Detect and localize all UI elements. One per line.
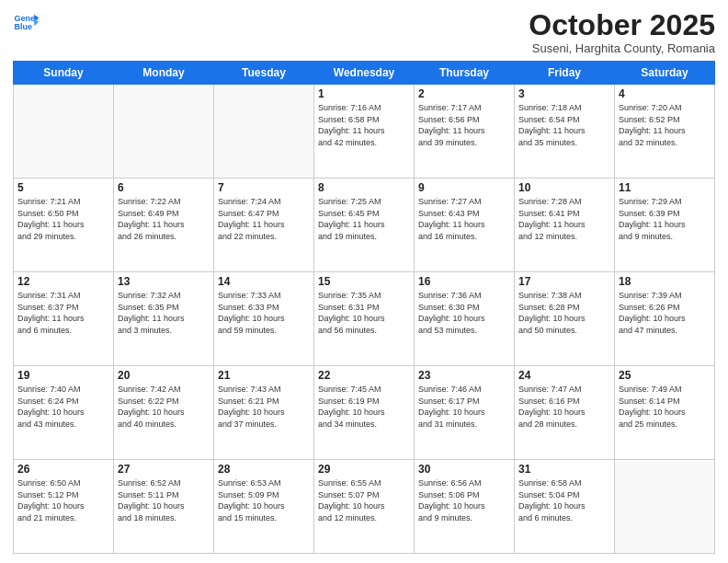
day-number: 3 bbox=[518, 87, 610, 100]
day-number: 14 bbox=[218, 275, 310, 288]
day-info: Sunrise: 7:36 AM Sunset: 6:30 PM Dayligh… bbox=[418, 290, 510, 336]
day-number: 15 bbox=[318, 275, 410, 288]
day-number: 7 bbox=[218, 181, 310, 194]
table-row: 6Sunrise: 7:22 AM Sunset: 6:49 PM Daylig… bbox=[114, 178, 214, 272]
day-number: 20 bbox=[118, 369, 210, 382]
day-info: Sunrise: 7:20 AM Sunset: 6:52 PM Dayligh… bbox=[619, 102, 711, 148]
calendar-week-row: 5Sunrise: 7:21 AM Sunset: 6:50 PM Daylig… bbox=[14, 178, 715, 272]
table-row: 19Sunrise: 7:40 AM Sunset: 6:24 PM Dayli… bbox=[14, 366, 114, 460]
day-info: Sunrise: 7:21 AM Sunset: 6:50 PM Dayligh… bbox=[17, 196, 109, 242]
calendar-week-row: 26Sunrise: 6:50 AM Sunset: 5:12 PM Dayli… bbox=[14, 460, 715, 554]
page: General Blue October 2025 Suseni, Harghi… bbox=[0, 0, 728, 563]
table-row: 3Sunrise: 7:18 AM Sunset: 6:54 PM Daylig… bbox=[515, 85, 615, 178]
col-friday: Friday bbox=[515, 62, 615, 85]
col-saturday: Saturday bbox=[615, 62, 715, 85]
day-info: Sunrise: 7:33 AM Sunset: 6:33 PM Dayligh… bbox=[218, 290, 310, 336]
day-info: Sunrise: 7:43 AM Sunset: 6:21 PM Dayligh… bbox=[218, 384, 310, 430]
day-info: Sunrise: 6:56 AM Sunset: 5:06 PM Dayligh… bbox=[418, 477, 510, 523]
day-info: Sunrise: 7:29 AM Sunset: 6:39 PM Dayligh… bbox=[619, 196, 711, 242]
table-row: 10Sunrise: 7:28 AM Sunset: 6:41 PM Dayli… bbox=[515, 178, 615, 272]
day-info: Sunrise: 7:38 AM Sunset: 6:28 PM Dayligh… bbox=[518, 290, 610, 336]
table-row: 5Sunrise: 7:21 AM Sunset: 6:50 PM Daylig… bbox=[14, 178, 114, 272]
header: General Blue October 2025 Suseni, Harghi… bbox=[13, 9, 715, 55]
table-row: 26Sunrise: 6:50 AM Sunset: 5:12 PM Dayli… bbox=[14, 460, 114, 554]
table-row bbox=[114, 85, 214, 178]
day-info: Sunrise: 6:50 AM Sunset: 5:12 PM Dayligh… bbox=[17, 477, 109, 523]
day-info: Sunrise: 6:52 AM Sunset: 5:11 PM Dayligh… bbox=[118, 477, 210, 523]
calendar-week-row: 12Sunrise: 7:31 AM Sunset: 6:37 PM Dayli… bbox=[14, 272, 715, 366]
day-number: 5 bbox=[17, 181, 109, 194]
table-row: 12Sunrise: 7:31 AM Sunset: 6:37 PM Dayli… bbox=[14, 272, 114, 366]
day-number: 26 bbox=[17, 463, 109, 476]
day-number: 25 bbox=[619, 369, 711, 382]
table-row: 2Sunrise: 7:17 AM Sunset: 6:56 PM Daylig… bbox=[415, 85, 515, 178]
day-info: Sunrise: 7:39 AM Sunset: 6:26 PM Dayligh… bbox=[619, 290, 711, 336]
month-title: October 2025 bbox=[529, 9, 715, 41]
table-row: 16Sunrise: 7:36 AM Sunset: 6:30 PM Dayli… bbox=[415, 272, 515, 366]
day-number: 6 bbox=[118, 181, 210, 194]
table-row: 27Sunrise: 6:52 AM Sunset: 5:11 PM Dayli… bbox=[114, 460, 214, 554]
day-info: Sunrise: 7:22 AM Sunset: 6:49 PM Dayligh… bbox=[118, 196, 210, 242]
table-row: 17Sunrise: 7:38 AM Sunset: 6:28 PM Dayli… bbox=[515, 272, 615, 366]
col-thursday: Thursday bbox=[415, 62, 515, 85]
calendar-header-row: Sunday Monday Tuesday Wednesday Thursday… bbox=[14, 62, 715, 85]
table-row: 21Sunrise: 7:43 AM Sunset: 6:21 PM Dayli… bbox=[214, 366, 314, 460]
day-number: 2 bbox=[418, 87, 510, 100]
day-number: 4 bbox=[619, 87, 711, 100]
table-row bbox=[615, 460, 715, 554]
table-row: 1Sunrise: 7:16 AM Sunset: 6:58 PM Daylig… bbox=[314, 85, 415, 178]
table-row: 22Sunrise: 7:45 AM Sunset: 6:19 PM Dayli… bbox=[314, 366, 415, 460]
table-row bbox=[14, 85, 114, 178]
day-number: 30 bbox=[418, 463, 510, 476]
day-number: 28 bbox=[218, 463, 310, 476]
day-number: 12 bbox=[17, 275, 109, 288]
col-sunday: Sunday bbox=[14, 62, 114, 85]
table-row: 8Sunrise: 7:25 AM Sunset: 6:45 PM Daylig… bbox=[314, 178, 415, 272]
table-row: 15Sunrise: 7:35 AM Sunset: 6:31 PM Dayli… bbox=[314, 272, 415, 366]
day-info: Sunrise: 7:18 AM Sunset: 6:54 PM Dayligh… bbox=[518, 102, 610, 148]
day-number: 29 bbox=[318, 463, 410, 476]
day-number: 24 bbox=[518, 369, 610, 382]
calendar-week-row: 1Sunrise: 7:16 AM Sunset: 6:58 PM Daylig… bbox=[14, 85, 715, 178]
table-row: 31Sunrise: 6:58 AM Sunset: 5:04 PM Dayli… bbox=[515, 460, 615, 554]
calendar-week-row: 19Sunrise: 7:40 AM Sunset: 6:24 PM Dayli… bbox=[14, 366, 715, 460]
day-info: Sunrise: 7:27 AM Sunset: 6:43 PM Dayligh… bbox=[418, 196, 510, 242]
day-info: Sunrise: 7:32 AM Sunset: 6:35 PM Dayligh… bbox=[118, 290, 210, 336]
day-info: Sunrise: 6:53 AM Sunset: 5:09 PM Dayligh… bbox=[218, 477, 310, 523]
table-row: 29Sunrise: 6:55 AM Sunset: 5:07 PM Dayli… bbox=[314, 460, 415, 554]
day-number: 10 bbox=[518, 181, 610, 194]
svg-text:Blue: Blue bbox=[14, 22, 32, 31]
day-info: Sunrise: 7:25 AM Sunset: 6:45 PM Dayligh… bbox=[318, 196, 410, 242]
day-info: Sunrise: 7:45 AM Sunset: 6:19 PM Dayligh… bbox=[318, 384, 410, 430]
day-info: Sunrise: 7:49 AM Sunset: 6:14 PM Dayligh… bbox=[619, 384, 711, 430]
day-number: 22 bbox=[318, 369, 410, 382]
table-row: 20Sunrise: 7:42 AM Sunset: 6:22 PM Dayli… bbox=[114, 366, 214, 460]
table-row: 13Sunrise: 7:32 AM Sunset: 6:35 PM Dayli… bbox=[114, 272, 214, 366]
location-subtitle: Suseni, Harghita County, Romania bbox=[529, 41, 715, 55]
day-info: Sunrise: 7:40 AM Sunset: 6:24 PM Dayligh… bbox=[17, 384, 109, 430]
table-row: 23Sunrise: 7:46 AM Sunset: 6:17 PM Dayli… bbox=[415, 366, 515, 460]
day-number: 18 bbox=[619, 275, 711, 288]
table-row: 4Sunrise: 7:20 AM Sunset: 6:52 PM Daylig… bbox=[615, 85, 715, 178]
day-number: 16 bbox=[418, 275, 510, 288]
day-number: 17 bbox=[518, 275, 610, 288]
day-info: Sunrise: 7:24 AM Sunset: 6:47 PM Dayligh… bbox=[218, 196, 310, 242]
day-number: 1 bbox=[318, 87, 410, 100]
table-row: 28Sunrise: 6:53 AM Sunset: 5:09 PM Dayli… bbox=[214, 460, 314, 554]
day-number: 31 bbox=[518, 463, 610, 476]
day-number: 13 bbox=[118, 275, 210, 288]
logo: General Blue bbox=[13, 9, 39, 35]
table-row: 11Sunrise: 7:29 AM Sunset: 6:39 PM Dayli… bbox=[615, 178, 715, 272]
day-number: 11 bbox=[619, 181, 711, 194]
day-info: Sunrise: 7:16 AM Sunset: 6:58 PM Dayligh… bbox=[318, 102, 410, 148]
day-number: 23 bbox=[418, 369, 510, 382]
day-number: 9 bbox=[418, 181, 510, 194]
day-number: 27 bbox=[118, 463, 210, 476]
day-info: Sunrise: 7:42 AM Sunset: 6:22 PM Dayligh… bbox=[118, 384, 210, 430]
logo-icon: General Blue bbox=[13, 9, 39, 35]
day-info: Sunrise: 7:17 AM Sunset: 6:56 PM Dayligh… bbox=[418, 102, 510, 148]
col-monday: Monday bbox=[114, 62, 214, 85]
day-info: Sunrise: 7:31 AM Sunset: 6:37 PM Dayligh… bbox=[17, 290, 109, 336]
day-number: 19 bbox=[17, 369, 109, 382]
table-row: 30Sunrise: 6:56 AM Sunset: 5:06 PM Dayli… bbox=[415, 460, 515, 554]
